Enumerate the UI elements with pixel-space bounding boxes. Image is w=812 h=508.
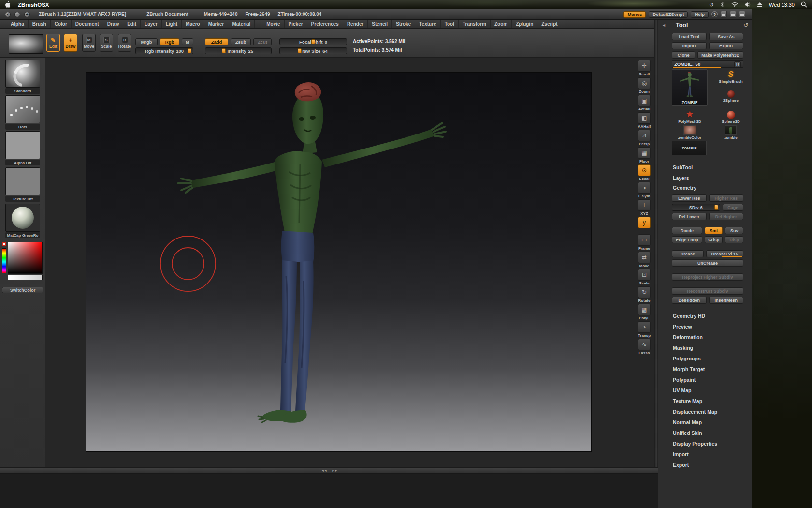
crease-lvl-slider[interactable]: CreaseLvl 15 bbox=[706, 250, 743, 257]
layers-section-header[interactable]: Layers bbox=[672, 173, 743, 183]
alpha-thumbnail[interactable] bbox=[5, 131, 40, 159]
menu-zscript[interactable]: Zscript bbox=[537, 20, 562, 28]
reproject-higher-subdiv-button[interactable]: Reproject Higher Subdiv bbox=[672, 273, 743, 281]
polypaint-section-header[interactable]: Polypaint bbox=[672, 374, 743, 385]
value-bar[interactable] bbox=[8, 275, 43, 280]
scroll-right-arrows[interactable]: ►► bbox=[332, 469, 337, 472]
menu-render[interactable]: Render bbox=[343, 20, 368, 28]
geometry-hd-section-header[interactable]: Geometry HD bbox=[672, 311, 743, 321]
hue-strip[interactable] bbox=[2, 248, 6, 273]
saturation-value-square[interactable] bbox=[8, 242, 43, 274]
save-as-button[interactable]: Save As bbox=[709, 33, 744, 40]
insert-mesh-button[interactable]: InsertMesh bbox=[709, 297, 744, 304]
disp-toggle[interactable]: Disp bbox=[725, 236, 743, 243]
smt-toggle[interactable]: Smt bbox=[705, 227, 723, 234]
active-tool-thumbnail[interactable]: ZOMBIE bbox=[672, 69, 708, 106]
sphere3d-item[interactable]: Sphere3D bbox=[718, 111, 743, 124]
volume-icon[interactable] bbox=[744, 2, 751, 7]
pan-hand-icon[interactable]: ✛ bbox=[638, 60, 651, 72]
scale-canvas-icon[interactable]: ⊡ bbox=[638, 269, 651, 281]
menu-material[interactable]: Material bbox=[228, 20, 255, 28]
cage-button[interactable]: Cage bbox=[723, 204, 744, 211]
menu-color[interactable]: Color bbox=[51, 20, 72, 28]
preview-section-header[interactable]: Preview bbox=[672, 321, 743, 332]
help-button[interactable]: Help bbox=[691, 11, 709, 18]
import-section-header[interactable]: Import bbox=[672, 449, 743, 460]
brush-thumbnail[interactable] bbox=[5, 60, 40, 88]
reconstruct-subdiv-button[interactable]: Reconstruct Subdiv bbox=[672, 287, 743, 295]
rotate-mode-button[interactable]: R Rotate bbox=[118, 34, 131, 52]
rgb-intensity-handle[interactable] bbox=[188, 48, 191, 53]
import-button[interactable]: Import bbox=[672, 42, 707, 49]
zadd-button[interactable]: Zadd bbox=[205, 38, 228, 45]
crisp-toggle[interactable]: Crisp bbox=[705, 236, 723, 243]
texture-map-section-header[interactable]: Texture Map bbox=[672, 396, 743, 406]
current-color-swatch[interactable] bbox=[2, 242, 6, 246]
normal-map-section-header[interactable]: Normal Map bbox=[672, 417, 743, 428]
unified-skin-section-header[interactable]: Unified Skin bbox=[672, 428, 743, 438]
menu-preferences[interactable]: Preferences bbox=[307, 20, 343, 28]
aa-half-icon[interactable]: ◧ bbox=[638, 112, 651, 124]
menu-document[interactable]: Document bbox=[72, 20, 103, 28]
stroke-preview-thumbnail[interactable] bbox=[9, 34, 44, 54]
spotlight-icon[interactable] bbox=[801, 1, 807, 8]
note-icon[interactable] bbox=[721, 11, 727, 18]
deformation-section-header[interactable]: Deformation bbox=[672, 332, 743, 343]
del-hidden-button[interactable]: DelHidden bbox=[672, 297, 707, 304]
draw-size-slider[interactable]: Draw Size 64 bbox=[279, 47, 347, 54]
rotate-canvas-icon[interactable]: ↻ bbox=[638, 286, 651, 298]
menu-zoom[interactable]: Zoom bbox=[491, 20, 512, 28]
m-button[interactable]: M bbox=[182, 38, 193, 45]
export-section-header[interactable]: Export bbox=[672, 460, 743, 470]
focal-shift-slider[interactable]: Focal Shift 0 bbox=[279, 38, 347, 45]
bluetooth-icon[interactable] bbox=[720, 1, 725, 8]
floor-grid-icon[interactable]: ▦ bbox=[638, 147, 651, 159]
window-zoom-button[interactable]: + bbox=[24, 12, 30, 17]
lasso-icon[interactable]: ∿ bbox=[638, 339, 651, 350]
subtool-section-header[interactable]: SubTool bbox=[672, 162, 743, 173]
polyframe-icon[interactable]: ▩ bbox=[638, 304, 651, 315]
current-tool-bar[interactable]: ZOMBIE. 50 R bbox=[672, 60, 743, 68]
switch-color-button[interactable]: SwitchColor bbox=[2, 287, 44, 293]
magnifier-icon[interactable]: ◎ bbox=[638, 77, 651, 89]
lower-res-button[interactable]: Lower Res bbox=[672, 194, 707, 202]
clone-button[interactable]: Clone bbox=[672, 51, 695, 59]
menu-stencil[interactable]: Stencil bbox=[368, 20, 392, 28]
uv-map-section-header[interactable]: UV Map bbox=[672, 385, 743, 396]
zombie-item[interactable]: zombie bbox=[718, 125, 743, 140]
crease-button[interactable]: Crease bbox=[672, 250, 704, 257]
suv-toggle[interactable]: Suv bbox=[725, 227, 743, 234]
menu-light[interactable]: Light bbox=[162, 20, 182, 28]
draw-size-handle[interactable] bbox=[298, 48, 302, 53]
simplebrush-item[interactable]: S SimpleBrush bbox=[718, 70, 743, 84]
zcut-button[interactable]: Zcut bbox=[253, 38, 272, 45]
local-symmetry-icon[interactable]: ◑ bbox=[638, 182, 651, 194]
sculpt-canvas[interactable] bbox=[86, 73, 591, 451]
edge-loop-button[interactable]: Edge Loop bbox=[672, 236, 702, 243]
active-app-name[interactable]: ZBrushOSX bbox=[18, 2, 49, 8]
scroll-left-arrows[interactable]: ◄◄ bbox=[321, 469, 327, 472]
actual-size-icon[interactable]: ▣ bbox=[638, 95, 651, 106]
morph-target-section-header[interactable]: Morph Target bbox=[672, 364, 743, 374]
menu-edit[interactable]: Edit bbox=[123, 20, 141, 28]
menu-layer[interactable]: Layer bbox=[141, 20, 162, 28]
eject-icon[interactable] bbox=[757, 2, 763, 7]
sdiv-handle[interactable] bbox=[714, 205, 718, 210]
timemachine-icon[interactable]: ↺ bbox=[709, 2, 714, 8]
menu-marker[interactable]: Marker bbox=[204, 20, 229, 28]
scale-mode-button[interactable]: S Scale bbox=[100, 34, 113, 52]
zombie-model[interactable] bbox=[86, 73, 591, 451]
menu-alpha[interactable]: Alpha bbox=[7, 20, 29, 28]
local-pivot-icon[interactable]: ⊙ bbox=[638, 164, 651, 176]
transparency-icon[interactable]: ◔ bbox=[638, 321, 651, 333]
del-lower-button[interactable]: Del Lower bbox=[672, 213, 707, 220]
export-button[interactable]: Export bbox=[709, 42, 744, 49]
zombiecolor-item[interactable]: zombieColor bbox=[676, 125, 704, 140]
make-polymesh3d-button[interactable]: Make PolyMesh3D bbox=[697, 51, 743, 59]
window-layout-icon[interactable] bbox=[730, 11, 736, 18]
z-intensity-slider[interactable]: Z Intensity 25 bbox=[205, 47, 272, 54]
del-higher-button[interactable]: Del Higher bbox=[709, 213, 744, 220]
apple-menu-icon[interactable] bbox=[5, 1, 11, 8]
material-sphere-thumbnail[interactable] bbox=[5, 204, 40, 232]
sdiv-slider[interactable]: SDiv 6 bbox=[672, 204, 720, 211]
